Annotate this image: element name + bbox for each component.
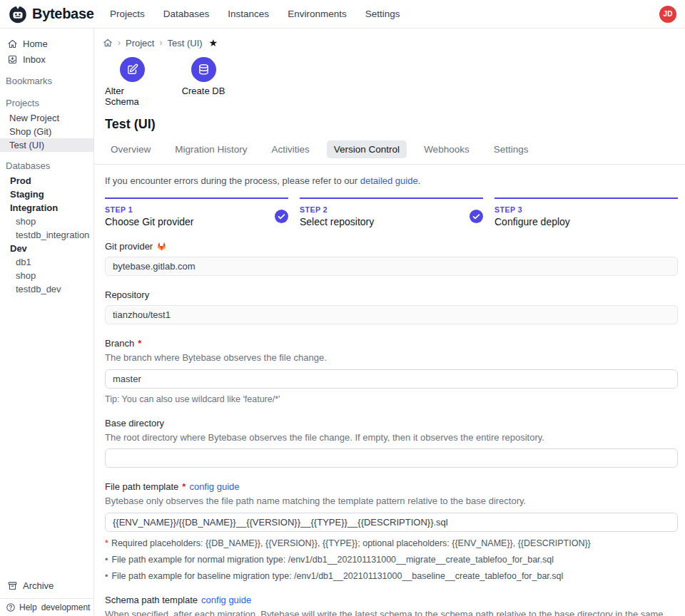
file-path-template-description: Bytebase only observes the file path nam…: [105, 495, 678, 508]
tab-activities[interactable]: Activities: [265, 140, 317, 158]
release-channel-label: development: [41, 602, 91, 612]
step-3-label: STEP 3: [494, 205, 570, 214]
nav-settings[interactable]: Settings: [365, 9, 400, 19]
tab-version-control[interactable]: Version Control: [327, 140, 407, 158]
database-icon: [198, 63, 210, 76]
bytebase-logo-icon: [9, 5, 27, 24]
step-1-title: Choose Git provider: [105, 216, 194, 227]
file-path-template-input[interactable]: [105, 513, 678, 532]
tab-overview[interactable]: Overview: [103, 140, 158, 158]
sidebar-db-db1[interactable]: db1: [0, 255, 93, 269]
repository-label: Repository: [105, 289, 149, 300]
base-directory-description: The root directory where Bytebase observ…: [105, 431, 678, 444]
tab-migration-history[interactable]: Migration History: [168, 140, 254, 158]
schema-path-template-label: Schema path template: [105, 595, 198, 605]
sidebar-item-test-ui[interactable]: Test (UI): [0, 138, 93, 152]
note-text: File path example for normal migration t…: [111, 555, 554, 565]
brand[interactable]: Bytebase: [9, 5, 100, 24]
branch-description: The branch where Bytebase observes the f…: [105, 351, 678, 364]
file-path-example-baseline: •File path example for baseline migratio…: [105, 571, 678, 581]
base-directory-label: Base directory: [105, 418, 164, 428]
nav-projects[interactable]: Projects: [110, 9, 145, 19]
tab-settings[interactable]: Settings: [487, 140, 536, 158]
file-path-template-field: File path template * config guide Byteba…: [105, 481, 678, 581]
sidebar-item-shop-git[interactable]: Shop (Git): [0, 125, 93, 138]
main-panel: › Project › Test (UI) ★ Alter Schema: [94, 29, 685, 616]
base-directory-field: Base directory The root directory where …: [105, 418, 678, 468]
nav-environments[interactable]: Environments: [288, 9, 347, 19]
breadcrumb-current[interactable]: Test (UI): [167, 38, 202, 48]
file-path-example-normal: •File path example for normal migration …: [105, 555, 678, 565]
brand-name: Bytebase: [32, 6, 94, 22]
sidebar-header-projects: Projects: [0, 95, 93, 111]
branch-input[interactable]: [105, 369, 678, 389]
alter-schema-button[interactable]: Alter Schema: [105, 57, 159, 107]
sidebar: Home Inbox Bookmarks Projects New Projec…: [0, 29, 94, 616]
create-db-button[interactable]: Create DB: [176, 57, 230, 107]
sidebar-db-shop-dev[interactable]: shop: [0, 269, 93, 282]
note-bullet: •: [105, 555, 108, 565]
breadcrumb-separator: ›: [118, 38, 121, 48]
file-path-config-guide-link[interactable]: config guide: [189, 481, 239, 492]
step-1: STEP 1 Choose Git provider: [105, 197, 288, 227]
breadcrumb-home-icon[interactable]: [103, 38, 113, 48]
step-3-title: Configure deploy: [494, 216, 570, 227]
sidebar-item-archive[interactable]: Archive: [0, 576, 93, 595]
favorite-star-icon[interactable]: ★: [209, 37, 218, 48]
sidebar-item-label: Archive: [23, 580, 54, 591]
nav-instances[interactable]: Instances: [228, 9, 269, 19]
create-db-label: Create DB: [182, 86, 225, 96]
tab-webhooks[interactable]: Webhooks: [417, 140, 477, 158]
breadcrumb-project[interactable]: Project: [126, 38, 154, 48]
sidebar-db-testdb-dev[interactable]: testdb_dev: [0, 282, 93, 296]
nav-links: Projects Databases Instances Environment…: [110, 9, 400, 19]
sidebar-env-staging: Staging: [0, 188, 93, 201]
file-path-required-note: *Required placeholders: {{DB_NAME}}, {{V…: [105, 538, 678, 548]
step-3: STEP 3 Configure deploy: [494, 197, 678, 227]
description-text: When specified, after each migration, By…: [105, 609, 664, 616]
gitlab-icon: [156, 241, 167, 252]
page-title: Test (UI): [94, 107, 685, 132]
base-directory-input[interactable]: [105, 448, 678, 468]
archive-icon: [7, 580, 18, 591]
note-text: Required placeholders: {{DB_NAME}}, {{VE…: [111, 538, 591, 548]
note-text: File path example for baseline migration…: [111, 571, 563, 581]
sidebar-item-home[interactable]: Home: [0, 36, 93, 51]
sidebar-item-inbox[interactable]: Inbox: [0, 51, 93, 67]
git-provider-field: Git provider: [105, 241, 678, 276]
sidebar-db-shop-integration[interactable]: shop: [0, 215, 93, 228]
git-provider-label: Git provider: [105, 241, 153, 252]
required-mark: *: [182, 481, 186, 492]
repository-field: Repository: [105, 289, 678, 324]
wizard-steps: STEP 1 Choose Git provider STEP 2 Select: [105, 197, 678, 227]
breadcrumb: › Project › Test (UI) ★: [94, 29, 685, 48]
inbox-icon: [7, 54, 18, 65]
sidebar-db-testdb-integration[interactable]: testdb_integration: [0, 228, 93, 242]
user-avatar[interactable]: JD: [659, 6, 676, 23]
step-1-label: STEP 1: [105, 205, 194, 214]
note-bullet: •: [105, 571, 108, 581]
help-label: Help: [19, 602, 37, 612]
nav-databases[interactable]: Databases: [163, 9, 210, 19]
top-navbar: Bytebase Projects Databases Instances En…: [0, 0, 685, 29]
required-mark: *: [138, 338, 141, 349]
help-icon: [6, 602, 16, 612]
home-icon: [7, 38, 18, 49]
notice-text: If you encounter errors during the proce…: [105, 175, 360, 186]
schema-path-config-guide-link[interactable]: config guide: [201, 595, 251, 605]
note-asterisk: *: [105, 538, 108, 548]
branch-label: Branch: [105, 338, 134, 349]
schema-path-template-description: When specified, after each migration, By…: [105, 608, 678, 616]
project-tabs: Overview Migration History Activities Ve…: [94, 132, 685, 165]
sidebar-env-integration: Integration: [0, 201, 93, 215]
alter-schema-label: Alter Schema: [105, 86, 159, 107]
sidebar-bottom-bar: Help development: [0, 598, 93, 616]
step-1-check-icon: [275, 210, 288, 223]
breadcrumb-separator: ›: [159, 38, 162, 48]
help-button[interactable]: Help: [6, 602, 37, 612]
sidebar-item-label: Inbox: [23, 54, 46, 65]
sidebar-item-new-project[interactable]: New Project: [0, 111, 93, 125]
branch-field: Branch * The branch where Bytebase obser…: [105, 338, 678, 404]
detailed-guide-link[interactable]: detailed guide: [360, 175, 418, 186]
sidebar-header-databases: Databases: [0, 158, 93, 174]
